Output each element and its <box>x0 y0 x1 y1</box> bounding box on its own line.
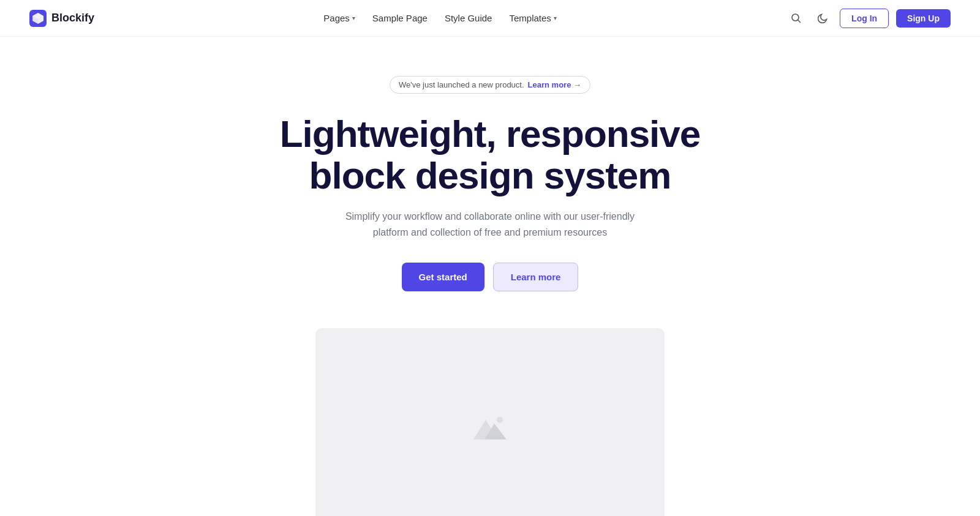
nav-actions: Log In Sign Up <box>786 9 951 28</box>
nav-style-guide[interactable]: Style Guide <box>445 13 492 23</box>
templates-chevron-icon: ▾ <box>554 15 557 21</box>
search-icon <box>791 13 801 23</box>
search-button[interactable] <box>786 9 805 28</box>
hero-section: We've just launched a new product. Learn… <box>0 37 980 516</box>
svg-point-8 <box>497 417 503 423</box>
get-started-button[interactable]: Get started <box>402 263 484 291</box>
nav-sample-page[interactable]: Sample Page <box>372 13 428 23</box>
navbar: Blockify Pages ▾ Sample Page Style Guide… <box>0 0 980 37</box>
pages-chevron-icon: ▾ <box>352 15 355 21</box>
nav-templates[interactable]: Templates ▾ <box>509 13 556 23</box>
hero-title: Lightweight, responsive block design sys… <box>276 113 704 196</box>
announcement-text: We've just launched a new product. <box>399 80 524 89</box>
theme-toggle-button[interactable] <box>813 9 832 28</box>
announcement-badge[interactable]: We've just launched a new product. Learn… <box>390 76 590 94</box>
moon-icon <box>818 13 828 23</box>
blockify-logo-icon <box>29 10 47 27</box>
nav-links: Pages ▾ Sample Page Style Guide Template… <box>323 13 557 23</box>
signup-button[interactable]: Sign Up <box>896 9 951 28</box>
learn-more-button[interactable]: Learn more <box>493 263 579 291</box>
hero-buttons: Get started Learn more <box>402 263 579 291</box>
hero-image <box>315 328 665 516</box>
announcement-link[interactable]: Learn more → <box>528 80 581 89</box>
login-button[interactable]: Log In <box>840 9 889 28</box>
image-placeholder-icon <box>473 413 507 439</box>
hero-subtitle: Simplify your workflow and collaborate o… <box>343 209 637 240</box>
nav-pages[interactable]: Pages ▾ <box>323 13 355 23</box>
brand-name: Blockify <box>51 12 94 24</box>
svg-line-5 <box>797 20 800 23</box>
brand-logo[interactable]: Blockify <box>29 10 94 27</box>
placeholder-mountain-icon <box>473 413 507 439</box>
